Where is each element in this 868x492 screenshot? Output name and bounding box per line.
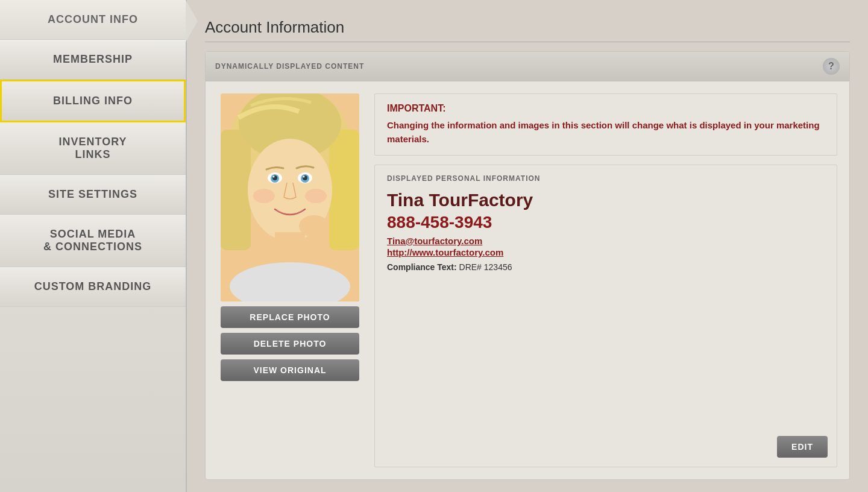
- photo-column: REPLACE PHOTO DELETE PHOTO VIEW ORIGINAL: [218, 93, 362, 467]
- sidebar-item-social-media[interactable]: SOCIAL MEDIA& CONNECTIONS: [0, 215, 186, 267]
- personal-info-label: DISPLAYED PERSONAL INFORMATION: [387, 174, 825, 183]
- help-icon[interactable]: ?: [823, 58, 840, 75]
- svg-rect-2: [221, 130, 251, 250]
- personal-info-section: DISPLAYED PERSONAL INFORMATION Tina Tour…: [374, 165, 837, 467]
- panel-header: DYNAMICALLY DISPLAYED CONTENT ?: [206, 52, 849, 81]
- svg-point-14: [273, 176, 275, 178]
- sidebar-item-site-settings-label: SITE SETTINGS: [48, 188, 137, 201]
- sidebar-item-custom-branding[interactable]: CUSTOM BRANDING: [0, 267, 186, 307]
- sidebar-item-billing-info-label: BILLING INFO: [53, 95, 133, 107]
- person-name: Tina TourFactory: [387, 190, 825, 210]
- replace-photo-button[interactable]: REPLACE PHOTO: [221, 306, 359, 328]
- info-column: IMPORTANT: Changing the information and …: [374, 93, 837, 467]
- person-phone: 888-458-3943: [387, 213, 825, 232]
- sidebar-item-social-media-label: SOCIAL MEDIA& CONNECTIONS: [43, 228, 142, 253]
- sidebar-item-account-info-label: ACCOUNT INFO: [48, 13, 138, 26]
- sidebar-item-account-info[interactable]: ACCOUNT INFO: [0, 0, 186, 40]
- sidebar-item-membership[interactable]: MEMBERSHIP: [0, 40, 186, 80]
- help-icon-label: ?: [828, 61, 834, 72]
- content-panel: DYNAMICALLY DISPLAYED CONTENT ?: [205, 51, 850, 480]
- sidebar-item-inventory-links[interactable]: INVENTORYLINKS: [0, 122, 186, 175]
- sidebar-item-billing-info[interactable]: BILLING INFO: [0, 80, 186, 122]
- sidebar: ACCOUNT INFO MEMBERSHIP BILLING INFO INV…: [0, 0, 187, 492]
- profile-photo: [221, 93, 359, 301]
- delete-photo-button[interactable]: DELETE PHOTO: [221, 333, 359, 355]
- panel-header-title: DYNAMICALLY DISPLAYED CONTENT: [215, 62, 364, 71]
- svg-point-17: [305, 189, 327, 203]
- panel-body: REPLACE PHOTO DELETE PHOTO VIEW ORIGINAL…: [206, 81, 849, 479]
- svg-point-18: [299, 215, 329, 237]
- profile-photo-svg: [221, 93, 359, 301]
- important-notice: IMPORTANT: Changing the information and …: [374, 93, 837, 156]
- svg-rect-3: [329, 130, 359, 250]
- compliance-label: Compliance Text:: [387, 262, 457, 272]
- important-title: IMPORTANT:: [387, 103, 825, 114]
- important-body: Changing the information and images in t…: [387, 119, 825, 146]
- person-website[interactable]: http://www.tourfactory.com: [387, 247, 825, 257]
- edit-button[interactable]: EDIT: [777, 436, 828, 458]
- sidebar-item-custom-branding-label: CUSTOM BRANDING: [34, 280, 152, 293]
- sidebar-item-site-settings[interactable]: SITE SETTINGS: [0, 175, 186, 215]
- page-title: Account Information: [205, 18, 850, 42]
- sidebar-item-inventory-links-label: INVENTORYLINKS: [58, 136, 127, 161]
- svg-point-16: [253, 189, 275, 203]
- svg-point-15: [303, 176, 305, 178]
- view-original-button[interactable]: VIEW ORIGINAL: [221, 359, 359, 381]
- main-content: Account Information DYNAMICALLY DISPLAYE…: [187, 0, 868, 492]
- sidebar-item-membership-label: MEMBERSHIP: [53, 53, 133, 66]
- compliance-text: Compliance Text: DRE# 123456: [387, 262, 825, 272]
- compliance-value: DRE# 123456: [459, 262, 512, 272]
- person-email[interactable]: Tina@tourfactory.com: [387, 236, 825, 246]
